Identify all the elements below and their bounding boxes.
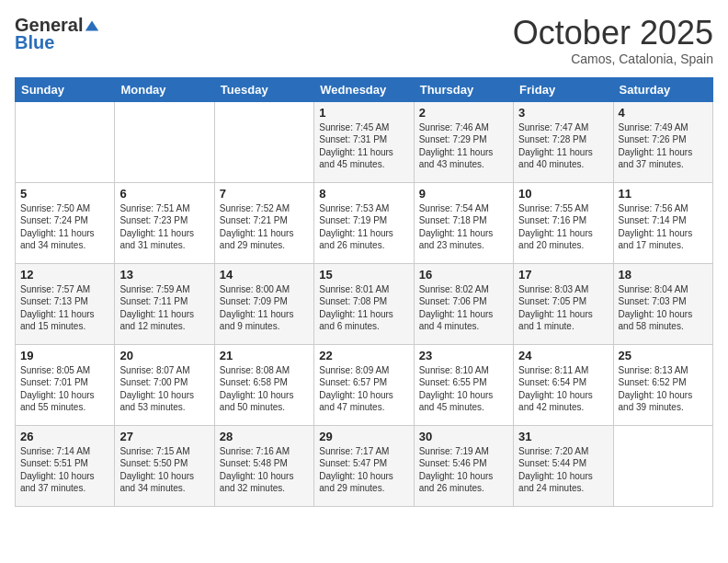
logo-blue-text: Blue bbox=[15, 32, 54, 52]
calendar-cell: 8Sunrise: 7:53 AM Sunset: 7:19 PM Daylig… bbox=[314, 182, 414, 263]
day-number: 5 bbox=[20, 187, 109, 201]
calendar-cell: 18Sunrise: 8:04 AM Sunset: 7:03 PM Dayli… bbox=[613, 263, 712, 344]
day-number: 12 bbox=[20, 268, 109, 282]
calendar-cell: 21Sunrise: 8:08 AM Sunset: 6:58 PM Dayli… bbox=[214, 344, 313, 425]
day-number: 4 bbox=[619, 106, 708, 120]
day-number: 21 bbox=[220, 349, 309, 362]
day-info: Sunrise: 8:07 AM Sunset: 7:00 PM Dayligh… bbox=[119, 364, 209, 414]
day-info: Sunrise: 7:50 AM Sunset: 7:24 PM Dayligh… bbox=[20, 202, 109, 252]
day-info: Sunrise: 8:04 AM Sunset: 7:03 PM Dayligh… bbox=[619, 283, 708, 333]
day-number: 14 bbox=[220, 268, 309, 282]
calendar-cell: 26Sunrise: 7:14 AM Sunset: 5:51 PM Dayli… bbox=[16, 425, 115, 506]
calendar-cell: 10Sunrise: 7:55 AM Sunset: 7:16 PM Dayli… bbox=[514, 182, 613, 263]
calendar-cell: 15Sunrise: 8:01 AM Sunset: 7:08 PM Dayli… bbox=[314, 263, 414, 344]
day-number: 20 bbox=[119, 349, 209, 362]
calendar-cell: 1Sunrise: 7:45 AM Sunset: 7:31 PM Daylig… bbox=[314, 101, 414, 182]
location: Camos, Catalonia, Spain bbox=[513, 52, 713, 66]
logo-icon bbox=[84, 17, 100, 34]
calendar-cell: 23Sunrise: 8:10 AM Sunset: 6:55 PM Dayli… bbox=[414, 344, 513, 425]
day-info: Sunrise: 7:17 AM Sunset: 5:47 PM Dayligh… bbox=[319, 445, 408, 495]
calendar-cell: 27Sunrise: 7:15 AM Sunset: 5:50 PM Dayli… bbox=[115, 425, 214, 506]
day-info: Sunrise: 7:55 AM Sunset: 7:16 PM Dayligh… bbox=[518, 202, 608, 252]
day-info: Sunrise: 8:13 AM Sunset: 6:52 PM Dayligh… bbox=[619, 364, 708, 414]
calendar-week-2: 5Sunrise: 7:50 AM Sunset: 7:24 PM Daylig… bbox=[16, 182, 713, 263]
calendar-week-1: 1Sunrise: 7:45 AM Sunset: 7:31 PM Daylig… bbox=[16, 101, 713, 182]
calendar-cell: 24Sunrise: 8:11 AM Sunset: 6:54 PM Dayli… bbox=[514, 344, 613, 425]
calendar-cell: 7Sunrise: 7:52 AM Sunset: 7:21 PM Daylig… bbox=[214, 182, 313, 263]
day-number: 15 bbox=[319, 268, 408, 282]
day-number: 11 bbox=[619, 187, 708, 201]
calendar-week-4: 19Sunrise: 8:05 AM Sunset: 7:01 PM Dayli… bbox=[16, 344, 713, 425]
day-info: Sunrise: 7:52 AM Sunset: 7:21 PM Dayligh… bbox=[220, 202, 309, 252]
day-info: Sunrise: 7:49 AM Sunset: 7:26 PM Dayligh… bbox=[619, 121, 708, 171]
svg-marker-0 bbox=[85, 20, 98, 30]
header-saturday: Saturday bbox=[613, 77, 712, 101]
calendar-cell bbox=[214, 101, 313, 182]
day-number: 27 bbox=[119, 430, 209, 443]
day-info: Sunrise: 7:53 AM Sunset: 7:19 PM Dayligh… bbox=[319, 202, 408, 252]
day-info: Sunrise: 7:54 AM Sunset: 7:18 PM Dayligh… bbox=[419, 202, 508, 252]
day-info: Sunrise: 7:47 AM Sunset: 7:28 PM Dayligh… bbox=[518, 121, 608, 171]
day-number: 10 bbox=[518, 187, 608, 201]
calendar-cell: 4Sunrise: 7:49 AM Sunset: 7:26 PM Daylig… bbox=[613, 101, 712, 182]
calendar-header-row: SundayMondayTuesdayWednesdayThursdayFrid… bbox=[16, 77, 713, 101]
day-number: 7 bbox=[220, 187, 309, 201]
calendar-cell: 16Sunrise: 8:02 AM Sunset: 7:06 PM Dayli… bbox=[414, 263, 513, 344]
day-number: 23 bbox=[419, 349, 508, 362]
calendar-cell: 13Sunrise: 7:59 AM Sunset: 7:11 PM Dayli… bbox=[115, 263, 214, 344]
day-info: Sunrise: 8:10 AM Sunset: 6:55 PM Dayligh… bbox=[419, 364, 508, 414]
day-number: 6 bbox=[119, 187, 209, 201]
calendar-cell: 19Sunrise: 8:05 AM Sunset: 7:01 PM Dayli… bbox=[16, 344, 115, 425]
day-number: 24 bbox=[518, 349, 608, 362]
day-number: 19 bbox=[20, 349, 109, 362]
day-number: 31 bbox=[518, 430, 608, 443]
day-info: Sunrise: 7:20 AM Sunset: 5:44 PM Dayligh… bbox=[518, 445, 608, 495]
day-number: 3 bbox=[518, 106, 608, 120]
day-number: 1 bbox=[319, 106, 408, 120]
calendar-cell: 28Sunrise: 7:16 AM Sunset: 5:48 PM Dayli… bbox=[214, 425, 313, 506]
day-info: Sunrise: 7:57 AM Sunset: 7:13 PM Dayligh… bbox=[20, 283, 109, 333]
day-info: Sunrise: 7:15 AM Sunset: 5:50 PM Dayligh… bbox=[119, 445, 209, 495]
calendar-cell bbox=[115, 101, 214, 182]
day-number: 30 bbox=[419, 430, 508, 443]
header-monday: Monday bbox=[115, 77, 214, 101]
day-number: 17 bbox=[518, 268, 608, 282]
day-number: 13 bbox=[119, 268, 209, 282]
day-info: Sunrise: 8:00 AM Sunset: 7:09 PM Dayligh… bbox=[220, 283, 309, 333]
day-info: Sunrise: 8:05 AM Sunset: 7:01 PM Dayligh… bbox=[20, 364, 109, 414]
day-info: Sunrise: 8:03 AM Sunset: 7:05 PM Dayligh… bbox=[518, 283, 608, 333]
day-number: 29 bbox=[319, 430, 408, 443]
calendar-cell: 29Sunrise: 7:17 AM Sunset: 5:47 PM Dayli… bbox=[314, 425, 414, 506]
day-info: Sunrise: 8:11 AM Sunset: 6:54 PM Dayligh… bbox=[518, 364, 608, 414]
calendar-cell: 3Sunrise: 7:47 AM Sunset: 7:28 PM Daylig… bbox=[514, 101, 613, 182]
logo: General Blue bbox=[15, 15, 100, 53]
day-number: 26 bbox=[20, 430, 109, 443]
day-info: Sunrise: 8:08 AM Sunset: 6:58 PM Dayligh… bbox=[220, 364, 309, 414]
day-info: Sunrise: 7:51 AM Sunset: 7:23 PM Dayligh… bbox=[119, 202, 209, 252]
day-number: 22 bbox=[319, 349, 408, 362]
calendar-cell bbox=[16, 101, 115, 182]
day-number: 25 bbox=[619, 349, 708, 362]
calendar-table: SundayMondayTuesdayWednesdayThursdayFrid… bbox=[15, 77, 713, 507]
calendar-cell: 12Sunrise: 7:57 AM Sunset: 7:13 PM Dayli… bbox=[16, 263, 115, 344]
day-number: 2 bbox=[419, 106, 508, 120]
calendar-cell: 11Sunrise: 7:56 AM Sunset: 7:14 PM Dayli… bbox=[613, 182, 712, 263]
calendar-cell: 25Sunrise: 8:13 AM Sunset: 6:52 PM Dayli… bbox=[613, 344, 712, 425]
header-tuesday: Tuesday bbox=[214, 77, 313, 101]
header-thursday: Thursday bbox=[414, 77, 513, 101]
calendar-cell: 17Sunrise: 8:03 AM Sunset: 7:05 PM Dayli… bbox=[514, 263, 613, 344]
calendar-cell bbox=[613, 425, 712, 506]
day-info: Sunrise: 7:56 AM Sunset: 7:14 PM Dayligh… bbox=[619, 202, 708, 252]
header-friday: Friday bbox=[514, 77, 613, 101]
header-sunday: Sunday bbox=[16, 77, 115, 101]
calendar-cell: 6Sunrise: 7:51 AM Sunset: 7:23 PM Daylig… bbox=[115, 182, 214, 263]
calendar-cell: 9Sunrise: 7:54 AM Sunset: 7:18 PM Daylig… bbox=[414, 182, 513, 263]
calendar-week-5: 26Sunrise: 7:14 AM Sunset: 5:51 PM Dayli… bbox=[16, 425, 713, 506]
day-number: 9 bbox=[419, 187, 508, 201]
calendar-cell: 2Sunrise: 7:46 AM Sunset: 7:29 PM Daylig… bbox=[414, 101, 513, 182]
day-info: Sunrise: 7:59 AM Sunset: 7:11 PM Dayligh… bbox=[119, 283, 209, 333]
calendar-cell: 30Sunrise: 7:19 AM Sunset: 5:46 PM Dayli… bbox=[414, 425, 513, 506]
month-title: October 2025 bbox=[513, 15, 713, 52]
day-number: 18 bbox=[619, 268, 708, 282]
day-number: 16 bbox=[419, 268, 508, 282]
